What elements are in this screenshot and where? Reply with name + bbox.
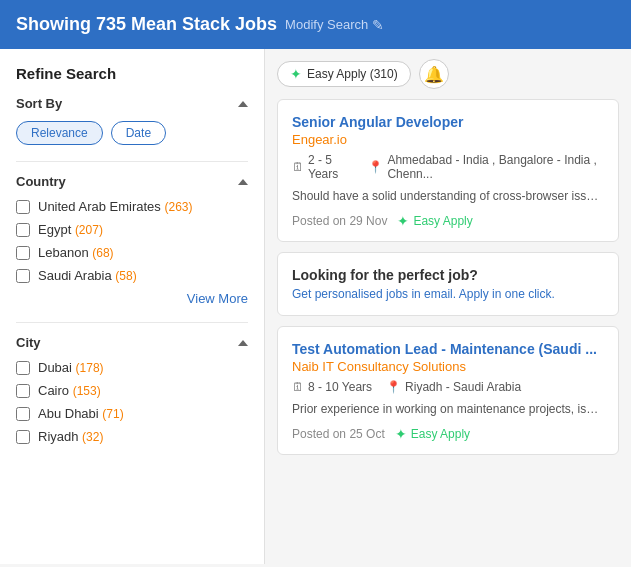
city-riyadh-checkbox[interactable] [16,430,30,444]
easy-apply-tag-1[interactable]: ✦ Easy Apply [397,213,472,229]
experience-meta-1: 🗓 2 - 5 Years [292,153,354,181]
location-icon-2: 📍 [386,380,401,394]
city-cairo-checkbox[interactable] [16,384,30,398]
modify-search-label: Modify Search [285,17,368,32]
city-section: City Dubai (178) Cairo (153) [16,335,248,444]
job-desc-2: Prior experience in working on maintenan… [292,400,604,418]
calendar-icon-2: 🗓 [292,380,304,394]
easy-apply-tag-2[interactable]: ✦ Easy Apply [395,426,470,442]
ea-icon-1: ✦ [397,213,409,229]
job-meta-2: 🗓 8 - 10 Years 📍 Riyadh - Saudi Arabia [292,380,604,394]
filter-bar: ✦ Easy Apply (310) 🔔 [277,59,619,89]
city-dubai-label: Dubai (178) [38,360,104,375]
job-title-2[interactable]: Test Automation Lead - Maintenance (Saud… [292,341,604,357]
job-footer-2: Posted on 25 Oct ✦ Easy Apply [292,426,604,442]
job-card-1[interactable]: Senior Angular Developer Engear.io 🗓 2 -… [277,99,619,242]
ea-label-1: Easy Apply [413,214,472,228]
city-riyadh-label: Riyadh (32) [38,429,103,444]
city-dubai: Dubai (178) [16,360,248,375]
country-egypt-checkbox[interactable] [16,223,30,237]
location-meta-2: 📍 Riyadh - Saudi Arabia [386,380,521,394]
job-footer-1: Posted on 29 Nov ✦ Easy Apply [292,213,604,229]
country-lebanon-checkbox[interactable] [16,246,30,260]
modify-search-link[interactable]: Modify Search ✎ [285,17,384,33]
promo-desc: Get personalised jobs in email. Apply in… [292,287,604,301]
sort-date-button[interactable]: Date [111,121,166,145]
location-meta-1: 📍 Ahmedabad - India , Bangalore - India … [368,153,604,181]
sidebar-title: Refine Search [16,65,248,82]
city-chevron-icon [238,340,248,346]
job-title-1[interactable]: Senior Angular Developer [292,114,604,130]
experience-meta-2: 🗓 8 - 10 Years [292,380,372,394]
page-header: Showing 735 Mean Stack Jobs Modify Searc… [0,0,631,49]
sort-by-label: Sort By [16,96,62,111]
location-value-1: Ahmedabad - India , Bangalore - India , … [387,153,604,181]
easy-apply-filter-icon: ✦ [290,66,302,82]
ea-icon-2: ✦ [395,426,407,442]
posted-date-1: Posted on 29 Nov [292,214,387,228]
country-label: Country [16,174,66,189]
country-uae: United Arab Emirates (263) [16,199,248,214]
country-uae-label: United Arab Emirates (263) [38,199,192,214]
location-value-2: Riyadh - Saudi Arabia [405,380,521,394]
company-name-1: Engear.io [292,132,604,147]
page-title: Showing 735 Mean Stack Jobs [16,14,277,35]
sort-by-header: Sort By [16,96,248,111]
sidebar: Refine Search Sort By Relevance Date Cou… [0,49,265,564]
country-egypt: Egypt (207) [16,222,248,237]
divider-2 [16,322,248,323]
country-chevron-icon [238,179,248,185]
experience-value-1: 2 - 5 Years [308,153,354,181]
notification-button[interactable]: 🔔 [419,59,449,89]
sort-relevance-button[interactable]: Relevance [16,121,103,145]
right-panel: ✦ Easy Apply (310) 🔔 Senior Angular Deve… [265,49,631,564]
sort-buttons: Relevance Date [16,121,248,145]
job-card-2[interactable]: Test Automation Lead - Maintenance (Saud… [277,326,619,455]
promo-title: Looking for the perfect job? [292,267,604,283]
job-meta-1: 🗓 2 - 5 Years 📍 Ahmedabad - India , Bang… [292,153,604,181]
posted-date-2: Posted on 25 Oct [292,427,385,441]
main-layout: Refine Search Sort By Relevance Date Cou… [0,49,631,564]
city-cairo: Cairo (153) [16,383,248,398]
notification-icon: 🔔 [424,65,444,84]
location-icon-1: 📍 [368,160,383,174]
sort-by-section: Sort By Relevance Date [16,96,248,145]
company-name-2: Naib IT Consultancy Solutions [292,359,604,374]
country-saudi-label: Saudi Arabia (58) [38,268,137,283]
country-section: Country United Arab Emirates (263) Egypt… [16,174,248,306]
city-abudhabi-checkbox[interactable] [16,407,30,421]
country-lebanon-label: Lebanon (68) [38,245,114,260]
country-saudi-checkbox[interactable] [16,269,30,283]
pencil-icon: ✎ [372,17,384,33]
experience-value-2: 8 - 10 Years [308,380,372,394]
city-cairo-label: Cairo (153) [38,383,101,398]
city-riyadh: Riyadh (32) [16,429,248,444]
country-lebanon: Lebanon (68) [16,245,248,260]
calendar-icon-1: 🗓 [292,160,304,174]
country-header: Country [16,174,248,189]
promo-card: Looking for the perfect job? Get persona… [277,252,619,316]
city-label: City [16,335,41,350]
easy-apply-filter-label: Easy Apply (310) [307,67,398,81]
city-abudhabi-label: Abu Dhabi (71) [38,406,124,421]
country-egypt-label: Egypt (207) [38,222,103,237]
country-uae-checkbox[interactable] [16,200,30,214]
easy-apply-filter[interactable]: ✦ Easy Apply (310) [277,61,411,87]
city-dubai-checkbox[interactable] [16,361,30,375]
country-saudi: Saudi Arabia (58) [16,268,248,283]
city-abudhabi: Abu Dhabi (71) [16,406,248,421]
city-header: City [16,335,248,350]
divider-1 [16,161,248,162]
ea-label-2: Easy Apply [411,427,470,441]
job-desc-1: Should have a solid understanding of cro… [292,187,604,205]
country-view-more[interactable]: View More [16,291,248,306]
sort-by-chevron-icon [238,101,248,107]
